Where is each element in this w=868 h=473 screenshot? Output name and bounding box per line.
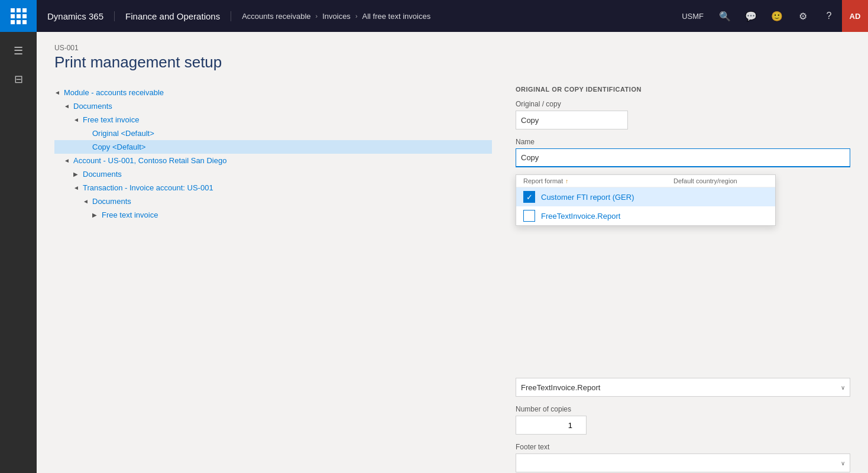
tree-item[interactable]: ◄Transaction - Invoice account: US-001 [54,181,492,195]
content-layout: ◄Module - accounts receivable◄Documents◄… [54,86,850,473]
name-input[interactable] [516,148,850,167]
tree-toggle-icon: ◄ [73,116,83,123]
tree-item[interactable]: ◄Free text invoice [54,113,492,127]
report-format-select[interactable]: FreeTextInvoice.Report ∨ [516,378,850,397]
dropdown-item-checkbox[interactable]: ✓ [523,191,535,203]
tree-item-label: Account - US-001, Contoso Retail San Die… [73,156,226,165]
waffle-button[interactable] [0,0,37,32]
tree-toggle-icon: ▶ [73,171,83,177]
smiley-button[interactable]: 🙂 [764,0,790,32]
sidebar-menu-icon[interactable]: ☰ [7,39,30,63]
dropdown-item[interactable]: FreeTextInvoice.Report [516,206,775,225]
original-copy-field: Original / copy [516,100,850,129]
page-ref: US-001 [54,44,850,52]
original-copy-label: Original / copy [516,100,850,108]
tree-item[interactable]: ◄Account - US-001, Contoso Retail San Di… [54,154,492,167]
number-of-copies-field: Number of copies [516,405,850,435]
tree-toggle-icon: ◄ [64,157,73,164]
sidebar-filter-icon[interactable]: ⊟ [7,67,30,91]
dropdown-item-label: FreeTextInvoice.Report [541,212,673,221]
waffle-icon [11,8,27,24]
tree-item-label: Free text invoice [83,115,139,124]
tree-panel: ◄Module - accounts receivable◄Documents◄… [54,86,504,473]
environment-label: USMF [673,12,712,21]
dropdown-item-checkbox[interactable] [523,210,535,222]
sort-icon[interactable]: ↑ [565,178,568,184]
breadcrumb-chevron1: › [316,12,318,20]
dropdown-items-list: ✓Customer FTI report (GER)FreeTextInvoic… [516,187,775,225]
tree-container: ◄Module - accounts receivable◄Documents◄… [54,86,492,222]
breadcrumb-part2[interactable]: Invoices [322,12,351,21]
tree-item-label: Documents [83,170,122,179]
dropdown-item[interactable]: ✓Customer FTI report (GER) [516,187,775,206]
original-copy-input[interactable] [516,111,628,129]
tree-item[interactable]: ◄Documents [54,99,492,113]
user-avatar[interactable]: AD [842,0,868,32]
module-name[interactable]: Finance and Operations [115,11,231,21]
dropdown-area: All countries/regions ∨ Report format ↑ … [516,176,850,195]
col-report-format[interactable]: Report format ↑ [523,177,673,184]
tree-item-label: Transaction - Invoice account: US-001 [83,183,213,192]
footer-text-field: Footer text ∨ [516,443,850,472]
right-panel: ORIGINAL OR COPY IDENTIFICATION Original… [504,86,850,473]
tree-toggle-icon: ◄ [54,89,64,96]
footer-text-select[interactable]: ∨ [516,453,850,472]
tree-item-label: Original <Default> [92,129,154,138]
sidebar: ☰ ⊟ [0,32,37,473]
footer-chevron-icon: ∨ [841,460,845,466]
report-format-select-area: FreeTextInvoice.Report ∨ [516,378,850,397]
dropdown-column-headers: Report format ↑ Default country/region [516,175,775,187]
tree-item-label: Module - accounts receivable [64,88,164,97]
tree-item[interactable]: ▶Free text invoice [54,208,492,222]
breadcrumb-part3[interactable]: All free text invoices [362,12,431,21]
footer-text-label: Footer text [516,443,850,451]
chat-button[interactable]: 💬 [738,0,764,32]
name-field: Name [516,138,850,167]
col-default-country: Default country/region [673,177,768,184]
tree-item-label: Copy <Default> [92,142,145,151]
report-format-value: FreeTextInvoice.Report [521,383,600,392]
name-label: Name [516,138,850,146]
settings-button[interactable]: ⚙ [790,0,816,32]
breadcrumb: Accounts receivable › Invoices › All fre… [231,12,441,21]
search-button[interactable]: 🔍 [712,0,738,32]
nav-right: USMF 🔍 💬 🙂 ⚙ ? AD [673,0,868,32]
report-format-chevron: ∨ [841,384,845,391]
help-button[interactable]: ? [816,0,842,32]
tree-item[interactable]: Original <Default> [54,127,492,140]
report-format-dropdown-overlay: Report format ↑ Default country/region ✓… [516,174,776,226]
number-of-copies-label: Number of copies [516,405,850,413]
number-of-copies-input[interactable] [516,416,587,435]
tree-toggle-icon: ◄ [83,198,92,205]
breadcrumb-part1[interactable]: Accounts receivable [242,12,310,21]
page-title: Print management setup [54,53,850,72]
dropdown-item-label: Customer FTI report (GER) [541,193,673,202]
section-title: ORIGINAL OR COPY IDENTIFICATION [516,86,850,93]
app-name[interactable]: Dynamics 365 [37,11,115,21]
tree-item[interactable]: ▶Documents [54,167,492,181]
top-nav: Dynamics 365 Finance and Operations Acco… [0,0,868,32]
breadcrumb-chevron2: › [355,12,358,20]
tree-toggle-icon: ▶ [92,212,102,218]
col-report-format-label: Report format [523,177,563,184]
tree-item[interactable]: ◄Documents [54,195,492,208]
main-content: US-001 Print management setup ◄Module - … [37,32,868,473]
tree-item-label: Free text invoice [102,210,158,219]
tree-item[interactable]: ◄Module - accounts receivable [54,86,492,99]
tree-toggle-icon: ◄ [73,184,83,191]
tree-toggle-icon: ◄ [64,103,73,109]
tree-item-label: Documents [73,102,112,111]
tree-item-label: Documents [92,197,131,206]
tree-item[interactable]: Copy <Default> [54,140,492,154]
